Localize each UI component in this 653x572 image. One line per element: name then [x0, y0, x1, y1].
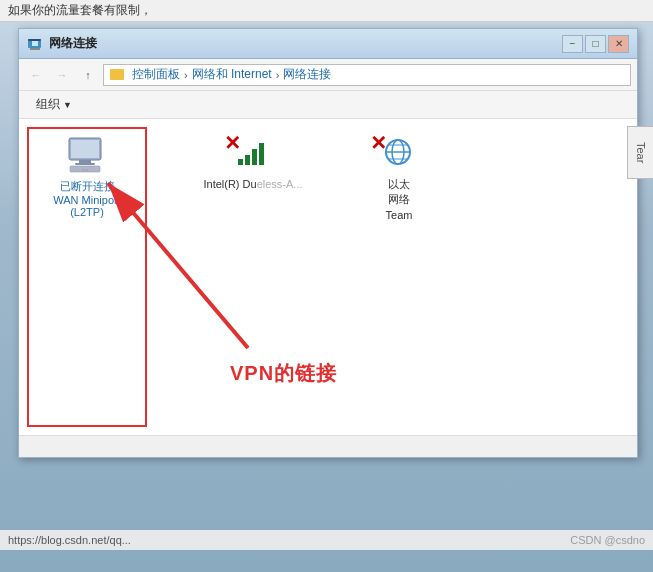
vpn-connection-item[interactable]: ::::: 已断开连接 WAN Miniport (L2TP) [27, 127, 147, 427]
path-network-connections[interactable]: 网络连接 [283, 66, 331, 83]
url-text: https://blog.csdn.net/qq... [8, 534, 131, 546]
address-bar: ← → ↑ 控制面板 › 网络和 Internet › 网络连接 [19, 59, 637, 91]
svg-rect-5 [71, 140, 99, 158]
content-area: ::::: 已断开连接 WAN Miniport (L2TP) ✕ Intel(… [19, 119, 637, 435]
vpn-name: WAN Miniport (L2TP) [35, 194, 139, 218]
svg-rect-6 [79, 160, 91, 163]
organize-button[interactable]: 组织 ▼ [27, 94, 81, 116]
minimize-button[interactable]: − [562, 35, 583, 53]
up-button[interactable]: ↑ [77, 64, 99, 86]
toolbar: 组织 ▼ [19, 91, 637, 119]
window-icon [27, 36, 43, 52]
title-bar-controls: − □ ✕ [562, 35, 629, 53]
maximize-button[interactable]: □ [585, 35, 606, 53]
organize-label: 组织 [36, 96, 60, 113]
wifi-icon: ✕ [228, 133, 278, 173]
address-path: 控制面板 › 网络和 Internet › 网络连接 [103, 64, 631, 86]
svg-rect-3 [28, 39, 41, 41]
svg-rect-1 [30, 48, 40, 50]
vpn-icon: ::::: [63, 135, 111, 175]
url-bar: https://blog.csdn.net/qq... CSDN @csdno [0, 530, 653, 550]
ethernet-icon: ✕ [374, 133, 424, 173]
path-network-internet[interactable]: 网络和 Internet [192, 66, 272, 83]
top-notification-bar: 如果你的流量套餐有限制， [0, 0, 653, 22]
status-bar [19, 435, 637, 457]
close-button[interactable]: ✕ [608, 35, 629, 53]
vpn-status: 已断开连接 [60, 179, 115, 194]
watermark-text: CSDN @csdno [570, 534, 645, 546]
wifi-name: Intel(R) Dueless-A... [203, 177, 302, 192]
explorer-window: 网络连接 − □ ✕ ← → ↑ 控制面板 › 网络和 Internet › 网… [18, 28, 638, 458]
ethernet-name1: 以太 [388, 177, 410, 192]
network-bars-icon [238, 137, 264, 165]
svg-rect-7 [75, 163, 95, 165]
svg-text::::::: ::::: [82, 167, 88, 172]
path-control-panel[interactable]: 控制面板 [132, 66, 180, 83]
tear-tab[interactable]: Tear [627, 126, 653, 179]
notification-text: 如果你的流量套餐有限制， [8, 2, 152, 19]
window-title: 网络连接 [49, 35, 97, 52]
ethernet-team: Team [386, 208, 413, 223]
tear-label: Tear [635, 142, 647, 163]
ethernet-name2: 网络 [388, 192, 410, 207]
title-bar: 网络连接 − □ ✕ [19, 29, 637, 59]
back-button[interactable]: ← [25, 64, 47, 86]
organize-chevron: ▼ [63, 100, 72, 110]
vpn-annotation-label: VPN的链接 [230, 360, 337, 387]
ethernet-connection-item[interactable]: ✕ 以太 网络 Team [349, 127, 449, 427]
folder-icon [110, 69, 124, 80]
forward-button[interactable]: → [51, 64, 73, 86]
svg-rect-2 [32, 41, 38, 46]
